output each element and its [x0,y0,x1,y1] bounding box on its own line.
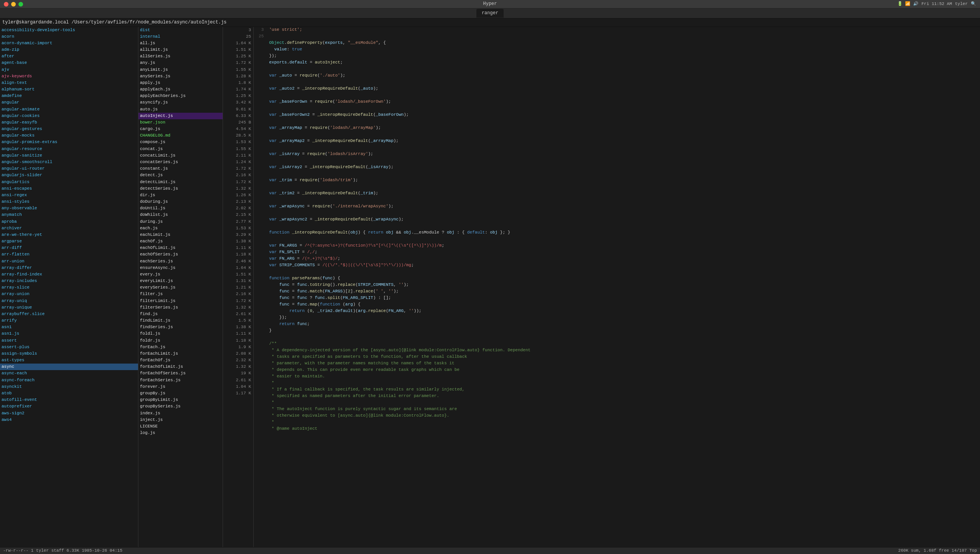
list-item[interactable]: forEachOfLimit.js [138,364,223,370]
maximize-button[interactable] [18,2,23,7]
list-item[interactable]: internal [138,33,223,40]
list-item[interactable]: align-text [0,80,138,86]
list-item[interactable]: array-unique [0,304,138,311]
list-item[interactable]: doUntil.js [138,205,223,212]
list-item[interactable]: during.js [138,219,223,225]
list-item[interactable]: forEachOfSeries.js [138,370,223,377]
list-item[interactable]: any.js [138,60,223,66]
minimize-button[interactable] [11,2,16,7]
list-item[interactable]: angular-ui-router [0,165,138,172]
list-item[interactable]: cargo.js [138,126,223,132]
list-item[interactable]: eachOf.js [138,238,223,245]
list-item[interactable]: accessibility-developer-tools [0,27,138,33]
list-item[interactable]: ansi-escapes [0,185,138,192]
list-item[interactable]: all.js [138,40,223,47]
list-item[interactable]: after [0,53,138,60]
list-item[interactable]: forEach.js [138,344,223,350]
list-item[interactable]: acorn-dynamic-import [0,40,138,47]
list-item[interactable]: ensureAsync.js [138,265,223,271]
list-item[interactable]: everyLimit.js [138,278,223,284]
list-item[interactable]: eachOfLimit.js [138,245,223,251]
list-item[interactable]: ansi-styles [0,199,138,205]
list-item[interactable]: angular-easyfb [0,119,138,126]
list-item[interactable]: everySeries.js [138,284,223,291]
list-item[interactable]: findLimit.js [138,317,223,324]
list-item[interactable]: array-slice [0,284,138,291]
list-item[interactable]: angular-resource [0,146,138,152]
list-item[interactable]: async [0,364,138,370]
list-item[interactable]: bower.json [138,119,223,126]
list-item[interactable]: angulartics [0,179,138,185]
list-item[interactable]: apply.js [138,80,223,86]
list-item[interactable]: findSeries.js [138,324,223,330]
list-item[interactable]: alphanum-sort [0,86,138,93]
list-item[interactable]: array-differ [0,265,138,271]
close-button[interactable] [4,2,8,7]
list-item[interactable]: array-union [0,291,138,297]
list-item[interactable]: concatLimit.js [138,152,223,159]
list-item[interactable]: array-find-index [0,271,138,278]
list-item[interactable]: assert [0,337,138,344]
list-item[interactable]: angular-smoothscroll [0,159,138,165]
list-item[interactable]: autoInject.js [138,113,223,119]
list-item[interactable]: acorn [0,33,138,40]
list-item[interactable]: ansi-regex [0,192,138,199]
list-item[interactable]: doDuring.js [138,199,223,205]
list-item[interactable]: angular-gestures [0,126,138,132]
tab-ranger[interactable]: ranger [476,9,504,18]
list-item[interactable]: compose.js [138,139,223,145]
list-item[interactable]: array-uniq [0,298,138,304]
list-item[interactable]: each.js [138,225,223,232]
list-item[interactable]: assert-plus [0,344,138,350]
list-item[interactable]: adm-zip [0,47,138,53]
list-item[interactable]: index.js [138,410,223,417]
left-panel[interactable]: accessibility-developer-toolsacornacorn-… [0,27,138,547]
list-item[interactable]: angular-promise-extras [0,139,138,145]
list-item[interactable]: atob [0,390,138,397]
list-item[interactable]: aproba [0,219,138,225]
list-item[interactable]: ajv-keywords [0,73,138,80]
list-item[interactable]: eachOfSeries.js [138,251,223,258]
list-item[interactable]: angular [0,99,138,106]
list-item[interactable]: aws4 [0,417,138,423]
list-item[interactable]: groupBy.js [138,390,223,397]
list-item[interactable]: asn1 [0,324,138,330]
list-item[interactable]: array-includes [0,278,138,284]
list-item[interactable]: doWhilst.js [138,212,223,218]
list-item[interactable]: archiver [0,225,138,232]
list-item[interactable]: arr-union [0,258,138,265]
list-item[interactable]: angular-mocks [0,132,138,139]
list-item[interactable]: arr-diff [0,245,138,251]
list-item[interactable]: anySeries.js [138,73,223,80]
list-item[interactable]: detectLimit.js [138,179,223,185]
list-item[interactable]: aws-sign2 [0,410,138,417]
list-item[interactable]: eachSeries.js [138,258,223,265]
list-item[interactable]: forEachLimit.js [138,350,223,357]
list-item[interactable]: asn1.js [0,330,138,337]
list-item[interactable]: async-foreach [0,377,138,384]
list-item[interactable]: log.js [138,430,223,436]
list-item[interactable]: LICENSE [138,423,223,430]
list-item[interactable]: autofill-event [0,397,138,403]
list-item[interactable]: filterSeries.js [138,304,223,311]
list-item[interactable]: concat.js [138,146,223,152]
list-item[interactable]: asyncify.js [138,99,223,106]
list-item[interactable]: detectSeries.js [138,185,223,192]
list-item[interactable]: autoprefixer [0,403,138,410]
list-item[interactable]: anymatch [0,212,138,218]
list-item[interactable]: ast-types [0,357,138,364]
list-item[interactable]: groupByLimit.js [138,397,223,403]
list-item[interactable]: angular-animate [0,106,138,113]
list-item[interactable]: inject.js [138,417,223,423]
list-item[interactable]: auto.js [138,106,223,113]
list-item[interactable]: argparse [0,238,138,245]
list-item[interactable]: allLimit.js [138,47,223,53]
list-item[interactable]: every.js [138,271,223,278]
list-item[interactable]: forEachSeries.js [138,377,223,384]
list-item[interactable]: angular-cookies [0,113,138,119]
code-panel[interactable]: 3'use strict';25Object.defineProperty(ex… [254,27,980,547]
list-item[interactable]: forEachOf.js [138,357,223,364]
list-item[interactable]: dir.js [138,192,223,199]
list-item[interactable]: filter.js [138,291,223,297]
list-item[interactable]: forever.js [138,384,223,390]
